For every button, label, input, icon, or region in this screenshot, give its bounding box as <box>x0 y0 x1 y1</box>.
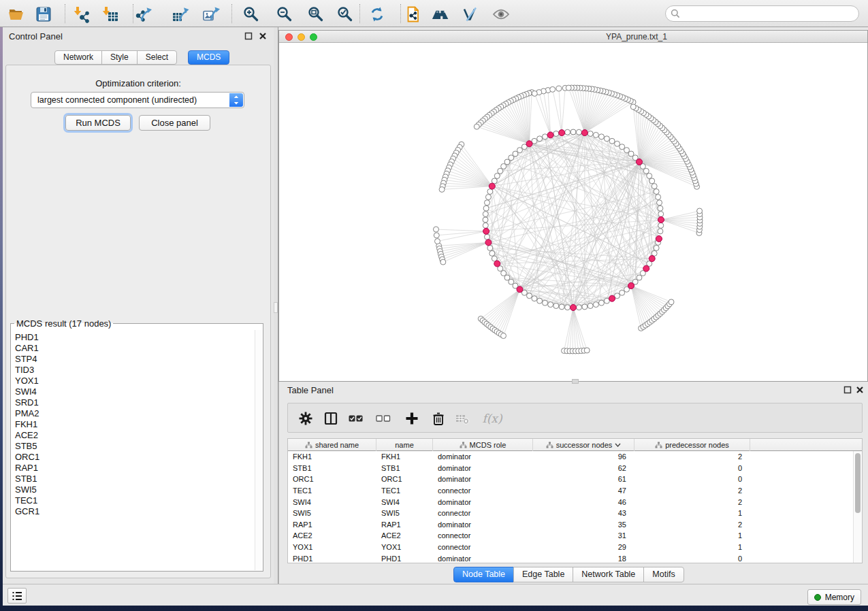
column-header-mcds_role[interactable]: MCDS role <box>433 439 533 451</box>
network-node[interactable] <box>517 148 522 153</box>
network-satellite-node[interactable] <box>501 333 507 339</box>
network-node[interactable] <box>658 222 664 228</box>
network-node[interactable] <box>501 271 507 276</box>
column-header-successor_nodes[interactable]: successor nodes <box>533 439 634 451</box>
network-node[interactable] <box>647 174 652 179</box>
network-edge[interactable] <box>573 171 646 308</box>
network-satellite-node[interactable] <box>433 227 438 232</box>
delete-columns-icon[interactable] <box>431 411 446 426</box>
network-node[interactable] <box>643 168 649 174</box>
network-satellite-node[interactable] <box>550 86 556 92</box>
network-satellite-node[interactable] <box>532 90 537 96</box>
mcds-result-item[interactable]: PMA2 <box>15 408 255 419</box>
export-network-icon[interactable] <box>134 5 153 24</box>
network-edge[interactable] <box>661 214 700 220</box>
tab-network[interactable]: Network <box>54 50 102 65</box>
network-node[interactable] <box>565 129 570 135</box>
network-edge[interactable] <box>492 132 568 186</box>
tab-select[interactable]: Select <box>137 50 177 65</box>
table-row[interactable]: YOX1YOX1connector291 <box>288 542 853 553</box>
search-box[interactable] <box>665 5 859 22</box>
network-node[interactable] <box>570 129 576 135</box>
close-panel-icon[interactable] <box>259 32 267 40</box>
network-node[interactable] <box>620 144 625 150</box>
mcds-result-item[interactable]: STB1 <box>15 474 255 484</box>
gear-icon[interactable] <box>298 411 313 426</box>
network-node[interactable] <box>598 300 604 306</box>
network-node[interactable] <box>588 131 593 136</box>
network-node[interactable] <box>565 305 570 310</box>
network-node[interactable] <box>615 141 620 146</box>
function-builder-icon[interactable]: f(x) <box>481 411 504 426</box>
network-hub-node[interactable] <box>494 261 500 267</box>
table-row[interactable]: ACE2ACE2connector311 <box>288 530 853 542</box>
network-node[interactable] <box>598 134 604 139</box>
network-node[interactable] <box>485 195 491 200</box>
show-columns-icon[interactable] <box>323 411 338 426</box>
column-header-predecessor_nodes[interactable]: predecessor nodes <box>634 439 750 451</box>
network-satellite-node[interactable] <box>566 85 571 90</box>
open-folder-icon[interactable] <box>7 5 26 24</box>
network-satellite-node[interactable] <box>434 239 440 244</box>
network-node[interactable] <box>658 205 663 211</box>
table-row[interactable]: SWI5SWI5connector431 <box>288 508 853 519</box>
scrollbar-thumb[interactable] <box>855 453 861 513</box>
mcds-list-scrollbar[interactable] <box>255 330 262 570</box>
network-satellite-node[interactable] <box>474 124 479 129</box>
network-node[interactable] <box>620 290 625 295</box>
network-node[interactable] <box>576 129 581 135</box>
network-node[interactable] <box>588 303 593 309</box>
network-edge[interactable] <box>567 308 573 351</box>
network-edge[interactable] <box>451 161 492 186</box>
network-edge[interactable] <box>442 186 492 190</box>
network-edge[interactable] <box>485 289 520 322</box>
network-node[interactable] <box>483 205 489 211</box>
network-edge[interactable] <box>571 88 584 133</box>
network-edge[interactable] <box>534 93 550 135</box>
network-edge[interactable] <box>489 289 520 325</box>
vertical-splitter[interactable] <box>274 27 278 584</box>
network-hub-node[interactable] <box>489 183 495 189</box>
network-edge[interactable] <box>585 101 630 133</box>
network-node[interactable] <box>609 138 615 144</box>
network-node[interactable] <box>582 304 588 310</box>
table-scrollbar[interactable] <box>853 451 862 563</box>
network-node[interactable] <box>654 189 659 195</box>
network-node[interactable] <box>548 302 553 308</box>
network-edge[interactable] <box>458 150 492 186</box>
network-edge[interactable] <box>631 286 652 320</box>
zoom-selected-icon[interactable] <box>336 5 355 24</box>
window-minimize-icon[interactable] <box>298 33 305 41</box>
mcds-result-item[interactable]: SWI5 <box>15 484 255 495</box>
network-edge[interactable] <box>545 162 639 303</box>
network-hub-node[interactable] <box>570 305 577 311</box>
network-node[interactable] <box>484 234 489 240</box>
network-edge[interactable] <box>562 88 565 133</box>
network-node[interactable] <box>483 222 488 228</box>
network-edge[interactable] <box>585 90 600 133</box>
network-node[interactable] <box>553 131 559 136</box>
hide-neighbors-icon[interactable] <box>461 5 480 24</box>
mcds-result-item[interactable]: TEC1 <box>15 495 255 506</box>
memory-button[interactable]: Memory <box>807 589 861 605</box>
network-hub-node[interactable] <box>517 286 523 293</box>
network-edge[interactable] <box>519 137 601 289</box>
tab-node-table[interactable]: Node Table <box>453 567 514 582</box>
network-edge[interactable] <box>639 137 671 162</box>
mcds-result-item[interactable]: PHD1 <box>15 332 255 343</box>
binoculars-icon[interactable] <box>432 5 451 24</box>
export-table-icon[interactable] <box>171 5 190 24</box>
network-hub-node[interactable] <box>581 130 588 136</box>
network-node[interactable] <box>483 217 488 222</box>
deselect-all-checkboxes-icon[interactable] <box>376 411 391 426</box>
network-edge[interactable] <box>631 286 660 314</box>
mcds-result-item[interactable]: TID3 <box>15 365 255 376</box>
network-edge[interactable] <box>450 165 492 186</box>
network-node[interactable] <box>501 163 507 169</box>
network-satellite-node[interactable] <box>439 186 445 192</box>
run-mcds-button[interactable]: Run MCDS <box>65 115 131 131</box>
add-column-icon[interactable] <box>404 411 419 426</box>
float-panel-icon[interactable] <box>843 386 852 394</box>
mcds-result-item[interactable]: CAR1 <box>15 343 255 354</box>
network-node[interactable] <box>576 305 581 310</box>
